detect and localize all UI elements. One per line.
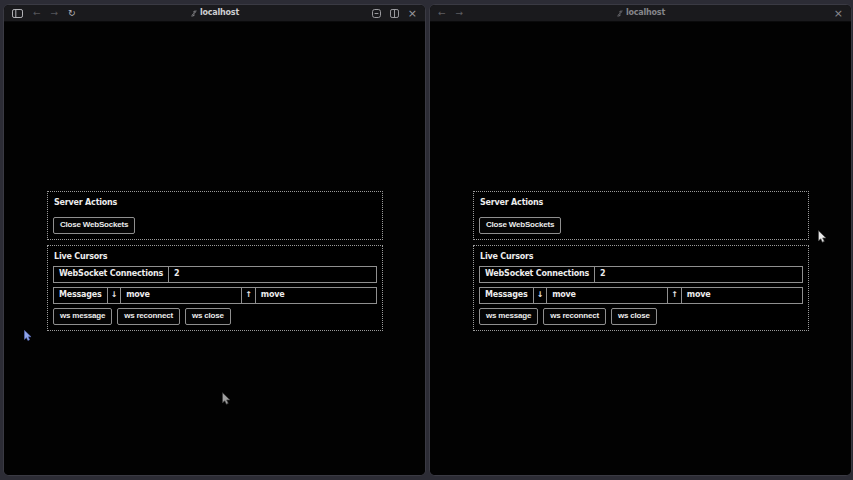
incoming-message-value: move [121,287,242,304]
url-text: localhost [626,9,665,17]
incoming-message-value: move [547,287,668,304]
ws-buttons-row: ws message ws reconnect ws close [53,308,377,325]
section-title: Server Actions [54,198,377,207]
close-websockets-button[interactable]: Close WebSockets [53,217,135,234]
forward-icon[interactable]: → [456,9,464,18]
forward-icon[interactable]: → [51,9,59,18]
mouse-cursor-icon [818,230,827,243]
ws-message-button[interactable]: ws message [479,308,538,325]
close-websockets-button[interactable]: Close WebSockets [479,217,561,234]
titlebar[interactable]: ← → localhost × [430,5,851,22]
panel: Server Actions Close WebSockets Live Cur… [47,191,383,336]
sidebar-toggle-icon[interactable] [12,9,23,18]
messages-row: Messages ↓ move ↑ move [479,287,803,304]
connections-label: WebSocket Connections [53,266,169,283]
reload-icon[interactable]: ↻ [68,9,76,18]
ws-close-button[interactable]: ws close [185,308,231,325]
desktop: { "windows": [ { "name": "left-browser-w… [0,0,853,480]
remote-cursor-icon [24,330,32,341]
live-cursors-section: Live Cursors WebSocket Connections 2 Mes… [473,245,809,331]
connections-label: WebSocket Connections [479,266,595,283]
ws-close-button[interactable]: ws close [611,308,657,325]
section-title: Live Cursors [480,252,803,261]
connections-count: 2 [595,266,803,283]
titlebar-right-controls: × [834,8,843,19]
server-actions-section: Server Actions Close WebSockets [473,191,809,240]
page-content: Server Actions Close WebSockets Live Cur… [4,22,425,475]
address-display[interactable]: localhost [616,9,665,17]
incoming-arrow-icon: ↓ [108,287,122,304]
titlebar-left-controls: ← → ↻ [12,9,76,18]
titlebar-right-controls: × [372,8,417,19]
live-cursors-section: Live Cursors WebSocket Connections 2 Mes… [47,245,383,331]
server-actions-section: Server Actions Close WebSockets [47,191,383,240]
site-link-icon [616,10,623,17]
ws-reconnect-button[interactable]: ws reconnect [543,308,606,325]
section-title: Server Actions [480,198,803,207]
connections-row: WebSocket Connections 2 [479,266,803,283]
ws-reconnect-button[interactable]: ws reconnect [117,308,180,325]
titlebar[interactable]: ← → ↻ localhost [4,5,425,22]
split-view-icon[interactable] [390,9,399,18]
connections-row: WebSocket Connections 2 [53,266,377,283]
browser-window-left: ← → ↻ localhost [3,4,426,476]
section-title: Live Cursors [54,252,377,261]
mouse-cursor-icon [222,392,231,405]
titlebar-left-controls: ← → [438,9,463,18]
panel: Server Actions Close WebSockets Live Cur… [473,191,809,336]
messages-row: Messages ↓ move ↑ move [53,287,377,304]
messages-label: Messages [479,287,534,304]
browser-window-right: ← → localhost × Server Actions Close Web… [429,4,852,476]
outgoing-message-value: move [682,287,803,304]
address-display[interactable]: localhost [190,9,239,17]
ws-buttons-row: ws message ws reconnect ws close [479,308,803,325]
back-icon[interactable]: ← [33,9,41,18]
connections-count: 2 [169,266,377,283]
messages-label: Messages [53,287,108,304]
url-text: localhost [200,9,239,17]
close-icon[interactable]: × [408,8,417,19]
outgoing-arrow-icon: ↑ [242,287,256,304]
site-link-icon [190,10,197,17]
tab-overview-icon[interactable] [372,9,381,18]
back-icon[interactable]: ← [438,9,446,18]
close-icon[interactable]: × [834,8,843,19]
outgoing-message-value: move [256,287,377,304]
outgoing-arrow-icon: ↑ [668,287,682,304]
page-content: Server Actions Close WebSockets Live Cur… [430,22,851,475]
ws-message-button[interactable]: ws message [53,308,112,325]
incoming-arrow-icon: ↓ [534,287,548,304]
